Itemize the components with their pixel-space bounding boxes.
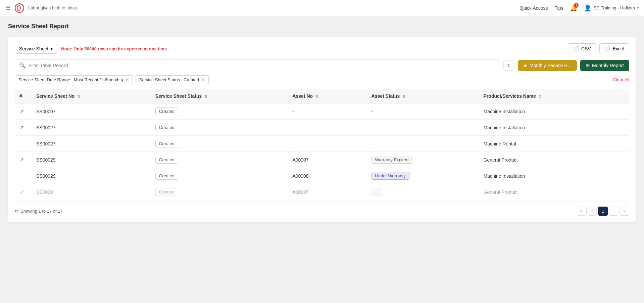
table-row: ↗SS00029CreatedA00007Warranty ExpiredGen… [15, 152, 629, 168]
row-ss-no: SS00029 [32, 168, 151, 184]
last-page-icon: » [623, 209, 626, 214]
status-badge: Created [155, 156, 178, 164]
hamburger-icon[interactable]: ☰ [5, 4, 11, 12]
main-card: Service Sheet ▾ Note: Only 50000 rows ca… [8, 37, 636, 222]
row-product-name: Machine Installation [479, 103, 629, 120]
toolbar-left: Service Sheet ▾ Note: Only 50000 rows ca… [15, 44, 167, 54]
csv-label: CSV [581, 46, 591, 51]
table-row: SS00027Created--Machine Rental [15, 136, 629, 152]
row-ss-status: Created [151, 136, 288, 152]
toolbar-row: Service Sheet ▾ Note: Only 50000 rows ca… [15, 43, 629, 54]
row-ss-no: SS00007 [32, 103, 151, 120]
monthly-report-label: Monthly Report [592, 63, 624, 68]
row-ss-status: Created [151, 184, 288, 200]
row-ss-status: Created [151, 103, 288, 120]
row-asset-status: Under Warranty [367, 168, 479, 184]
asset-status-badge: ... [371, 188, 383, 196]
filter-tag-date-label: Service Sheet Date Range : Most Recent (… [18, 77, 123, 82]
row-open-icon[interactable]: ↗ [15, 120, 32, 136]
table-header-row: # Service Sheet No ⇅ Service Sheet Statu… [15, 89, 629, 103]
excel-icon: 📄 [604, 46, 611, 52]
pagination-controls: « ‹ 1 › » [577, 207, 629, 216]
search-box: 🔍 [15, 59, 500, 71]
row-ss-status: Created [151, 168, 288, 184]
user-menu[interactable]: 👤 SC Training - Hafizah ▾ [584, 4, 639, 12]
sort-asset-no-icon[interactable]: ⇅ [315, 94, 318, 99]
dropdown-label: Service Sheet [19, 46, 48, 51]
col-ss-no: Service Sheet No ⇅ [32, 89, 151, 103]
notifications-bell[interactable]: 🔔 1 [570, 4, 577, 12]
bell-badge: 1 [574, 3, 579, 8]
status-badge: Created [155, 188, 178, 196]
row-asset-status: Warranty Expired [367, 152, 479, 168]
open-link-icon[interactable]: ↗ [19, 125, 24, 130]
pagination-row: ↻ Showing 1 to 17 of 17 « ‹ 1 › » [15, 202, 629, 216]
open-link-icon[interactable]: ↗ [19, 157, 24, 163]
note-text: Note: Only 50000 rows can be exported at… [61, 46, 167, 51]
row-asset-no: A00007 [288, 184, 366, 200]
asset-status-badge: Under Warranty [371, 172, 409, 180]
filter-tag-status-close[interactable]: ✕ [201, 77, 205, 82]
row-open-icon[interactable]: ↗ [15, 184, 32, 200]
first-page-icon: « [581, 209, 583, 214]
page-title: Service Sheet Report [8, 23, 636, 30]
row-open-icon[interactable]: ↗ [15, 152, 32, 168]
row-asset-status: ... [367, 184, 479, 200]
monthly-service-button[interactable]: ★ Monthly Service R... [518, 60, 577, 71]
tips-link[interactable]: Tips [555, 5, 563, 11]
status-badge: Created [155, 140, 178, 147]
status-badge: Created [155, 172, 178, 180]
page-container: Service Sheet Report Service Sheet ▾ Not… [0, 16, 644, 229]
row-open-icon[interactable]: ↗ [15, 103, 32, 120]
prev-page-button[interactable]: ‹ [588, 207, 597, 216]
row-open-icon [15, 136, 32, 152]
service-sheet-dropdown[interactable]: Service Sheet ▾ [15, 44, 57, 54]
topnav-tagline: Labor gives birth to ideas. [28, 5, 78, 10]
page-1-label: 1 [602, 209, 604, 214]
row-asset-status: - [367, 103, 479, 120]
search-input[interactable] [29, 63, 496, 68]
sort-ss-no-icon[interactable]: ⇅ [77, 94, 80, 99]
col-product-name: Product/Services Name ⇅ [479, 89, 629, 103]
table-row: ↗SS00007Created--Machine Installation [15, 103, 629, 120]
row-product-name: Machine Installation [479, 168, 629, 184]
page-1-button[interactable]: 1 [598, 207, 608, 216]
sort-ss-status-icon[interactable]: ⇅ [204, 94, 207, 99]
excel-export-button[interactable]: 📄 Excel [599, 43, 629, 54]
filter-tag-date-close[interactable]: ✕ [125, 77, 129, 82]
monthly-report-button[interactable]: ⊞ Monthly Report [580, 60, 629, 71]
user-icon: 👤 [584, 4, 591, 12]
refresh-button[interactable]: ↻ [503, 60, 514, 71]
next-page-button[interactable]: › [609, 207, 618, 216]
row-asset-no: - [288, 103, 366, 120]
open-link-icon[interactable]: ↗ [19, 109, 24, 114]
clear-all-button[interactable]: Clear All [613, 77, 629, 82]
table-row: ↗SS0030CreatedA00007...General Product [15, 184, 629, 200]
sort-product-icon[interactable]: ⇅ [539, 94, 542, 99]
csv-export-button[interactable]: 📄 CSV [568, 43, 596, 54]
row-asset-status: - [367, 136, 479, 152]
row-product-name: Machine Installation [479, 120, 629, 136]
open-link-icon[interactable]: ↗ [19, 189, 24, 195]
filter-tags-row: Service Sheet Date Range : Most Recent (… [15, 75, 629, 84]
refresh-icon: ↻ [507, 63, 511, 68]
svg-point-0 [15, 4, 24, 12]
col-asset-status: Asset Status ⇅ [367, 89, 479, 103]
dropdown-chevron: ▾ [50, 46, 53, 51]
row-asset-status: - [367, 120, 479, 136]
excel-label: Excel [613, 46, 624, 51]
refresh-small-icon[interactable]: ↻ [15, 209, 18, 214]
row-ss-no: SS0030 [32, 184, 151, 200]
row-asset-no: A00008 [288, 168, 366, 184]
sort-asset-status-icon[interactable]: ⇅ [402, 94, 405, 99]
brand-logo [15, 3, 24, 13]
row-ss-status: Created [151, 152, 288, 168]
row-product-name: General Product [479, 152, 629, 168]
table-row: SS00029CreatedA00008Under WarrantyMachin… [15, 168, 629, 184]
status-badge: Created [155, 107, 178, 115]
showing-text: ↻ Showing 1 to 17 of 17 [15, 209, 63, 214]
toolbar-right: 📄 CSV 📄 Excel [568, 43, 629, 54]
last-page-button[interactable]: » [620, 207, 629, 216]
quick-access-link[interactable]: Quick Access [519, 5, 548, 11]
first-page-button[interactable]: « [577, 207, 587, 216]
